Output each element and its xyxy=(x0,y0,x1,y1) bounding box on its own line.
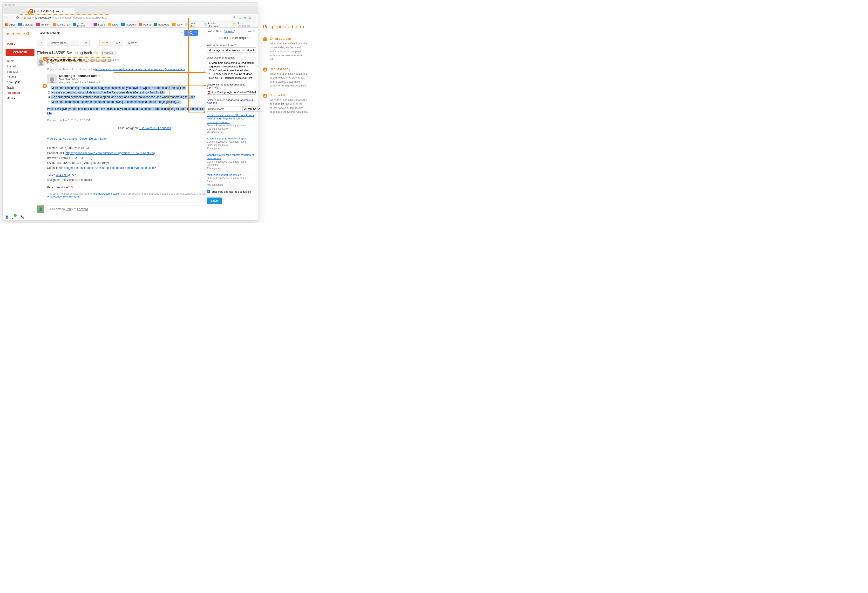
presence-bar: 👤 💬 📞 xyxy=(5,215,25,219)
suggestion-supporters: 405 supporters xyxy=(207,183,256,187)
bookmark-talky[interactable]: Talky xyxy=(172,23,183,26)
nav-trash[interactable]: Trash xyxy=(4,85,37,90)
bookmark-intercom[interactable]: Intercom xyxy=(121,23,136,26)
nav-more[interactable]: More ▾ xyxy=(4,96,37,101)
action-spam[interactable]: Spam xyxy=(100,137,107,140)
suggestion-title[interactable]: Article Insights & Statistics Report xyxy=(207,137,256,140)
reply-address-link[interactable]: Messenger-feedback-admin <messenger-feed… xyxy=(96,68,185,71)
arrow-head-3 xyxy=(204,111,206,113)
bookmark-hangouts[interactable]: Hangouts xyxy=(154,23,169,26)
from-input[interactable] xyxy=(207,47,256,53)
annotation-heading: Request body xyxy=(270,67,308,71)
bookmark-board[interactable]: Board xyxy=(93,23,105,26)
browser-tab[interactable]: M [Ticket #143598] Switchin… × xyxy=(27,8,74,14)
url-host: mail.google.com xyxy=(34,16,53,19)
zoom-window-icon[interactable] xyxy=(12,4,15,6)
search-input[interactable] xyxy=(37,29,180,36)
minimize-icon[interactable]: — xyxy=(248,29,251,33)
bookmark-apps[interactable]: Apps xyxy=(5,23,15,26)
bookmark-calendar[interactable]: Calendar xyxy=(18,23,34,26)
inner-assignee: Assignee: UserVoice 3.0 Feedback xyxy=(59,81,100,84)
new-tab-button[interactable]: ▢ xyxy=(74,9,81,14)
action-addnote[interactable]: Add a note xyxy=(63,137,77,140)
refine-input[interactable] xyxy=(207,106,242,112)
annotation-number: 3 xyxy=(263,94,267,98)
menu-icon[interactable]: ≡ xyxy=(253,16,255,19)
compose-button[interactable]: COMPOSE xyxy=(6,49,34,56)
action-delete[interactable]: Delete xyxy=(89,137,97,140)
nav-sentmail[interactable]: Sent Mail xyxy=(4,69,37,74)
bookmark-asana[interactable]: Asana xyxy=(139,23,151,26)
browser-toolbar-right: 👁 ☆ ❋ ⚙ ≡ xyxy=(233,16,255,19)
bookmark-drive[interactable]: Drive xyxy=(108,23,118,26)
suggestion-title[interactable]: Provide article stats for "This article … xyxy=(207,113,256,124)
spam-button[interactable]: ❗ xyxy=(71,40,79,46)
save-button[interactable]: Save xyxy=(207,197,222,204)
annotation-text: When the user initially loads the bookma… xyxy=(270,72,308,88)
to-line[interactable]: to me ▾ xyxy=(47,62,120,65)
back-button[interactable]: ↩ xyxy=(37,40,44,46)
phone-icon[interactable]: 📞 xyxy=(21,215,25,219)
suggestion-item[interactable]: Article Insights & Statistics ReportGene… xyxy=(207,135,256,151)
move-button[interactable]: 📁 ▾ xyxy=(99,40,111,46)
eye-icon[interactable]: 👁 xyxy=(233,16,236,19)
bookmark-teamcobalt[interactable]: Team Cobalt xyxy=(73,22,91,28)
other-bookmarks[interactable]: 📁 Other Bookmarks xyxy=(232,22,255,28)
search-options-icon[interactable]: ▾ xyxy=(180,29,185,36)
signout-link[interactable]: (sign out) xyxy=(224,29,235,32)
window-titlebar xyxy=(3,3,258,7)
person-icon[interactable]: 👤 xyxy=(5,215,9,219)
url-field[interactable]: 🔒 ttps:// mail.google.com /mail/u/0/#lab… xyxy=(21,15,231,20)
action-view[interactable]: View ticket xyxy=(47,137,61,140)
forum-select[interactable]: All forums xyxy=(242,106,261,112)
minimize-window-icon[interactable] xyxy=(9,4,11,6)
suggestion-supporters: 72 supporters xyxy=(207,147,256,150)
tab-close-icon[interactable]: × xyxy=(69,9,71,13)
subscribe-checkbox[interactable] xyxy=(207,190,210,193)
suggestion-title[interactable]: Capability of viewing reports by differe… xyxy=(207,153,256,160)
star-icon[interactable]: ☆ xyxy=(238,16,242,19)
footer-unsub-link[interactable]: Unsubscribe from this ticket xyxy=(47,195,80,198)
bookmark-invision[interactable]: InVision xyxy=(36,23,50,26)
action-close[interactable]: Close xyxy=(79,137,87,140)
nav-inbox[interactable]: Inbox xyxy=(4,59,37,64)
inner-subject: Switching back xyxy=(59,78,100,81)
request-textarea[interactable] xyxy=(207,60,256,79)
suggestion-item[interactable]: Multi-lang support for articlesGeneral F… xyxy=(207,171,256,188)
footer-email-link[interactable]: joshua@uservoice.com xyxy=(93,192,121,195)
bookmark-pressthis[interactable]: Press This xyxy=(185,22,201,28)
reload-icon[interactable]: ⟳ xyxy=(16,15,19,20)
search-button[interactable] xyxy=(185,29,198,36)
bookmark-lucidchart[interactable]: LucidChart xyxy=(53,23,70,26)
remove-label-button[interactable]: Remove label xyxy=(47,40,68,46)
suggestion-title[interactable]: Multi-lang support for articles xyxy=(207,173,256,177)
gear-icon[interactable]: ⚙ xyxy=(248,16,251,19)
assigned-link[interactable]: UserVoice 3.0 Feedback xyxy=(139,127,171,130)
evernote-icon[interactable]: ❋ xyxy=(244,16,247,19)
nav-starred[interactable]: Starred xyxy=(4,64,37,69)
labels-button[interactable]: 🏷 ▾ xyxy=(113,40,123,46)
email-subject: [Ticket #143598] Switching back xyxy=(37,51,92,55)
bookmark-addtouservoice[interactable]: Add to UserVoice xyxy=(204,22,227,28)
more-button[interactable]: More ▾ xyxy=(125,40,139,46)
forward-icon[interactable]: → xyxy=(10,15,14,19)
origin-label: Where did the request originate? (option… xyxy=(207,82,256,90)
remove-chip-icon[interactable]: × xyxy=(114,52,115,54)
mail-dropdown[interactable]: Mail ▾ xyxy=(4,41,37,49)
panel-header: Joshua Rudd (sign out) — ✕ xyxy=(207,29,256,34)
suggestion-supporters: 75 supporters xyxy=(207,131,256,134)
close-icon[interactable]: ✕ xyxy=(253,29,256,33)
label-chip[interactable]: Feedback × xyxy=(100,51,117,55)
suggestion-item[interactable]: Capability of viewing reports by differe… xyxy=(207,151,256,171)
delete-button[interactable]: 🗑 xyxy=(82,40,90,46)
origin-input[interactable]: M https://mail.google.com/mail/u/0/#labe… xyxy=(207,90,256,95)
search-icon xyxy=(189,31,193,35)
nav-feedback[interactable]: Feedback xyxy=(4,90,37,96)
annotation-text: When the user initially loads the bookma… xyxy=(270,41,308,62)
suggestion-item[interactable]: Provide article stats for "This article … xyxy=(207,112,256,135)
chat-icon[interactable]: 💬 xyxy=(12,215,18,219)
nav-spam[interactable]: Spam (19) xyxy=(4,80,37,85)
close-window-icon[interactable] xyxy=(4,4,7,6)
back-icon[interactable]: ← xyxy=(5,15,9,19)
nav-allmail[interactable]: All Mail xyxy=(4,74,37,80)
